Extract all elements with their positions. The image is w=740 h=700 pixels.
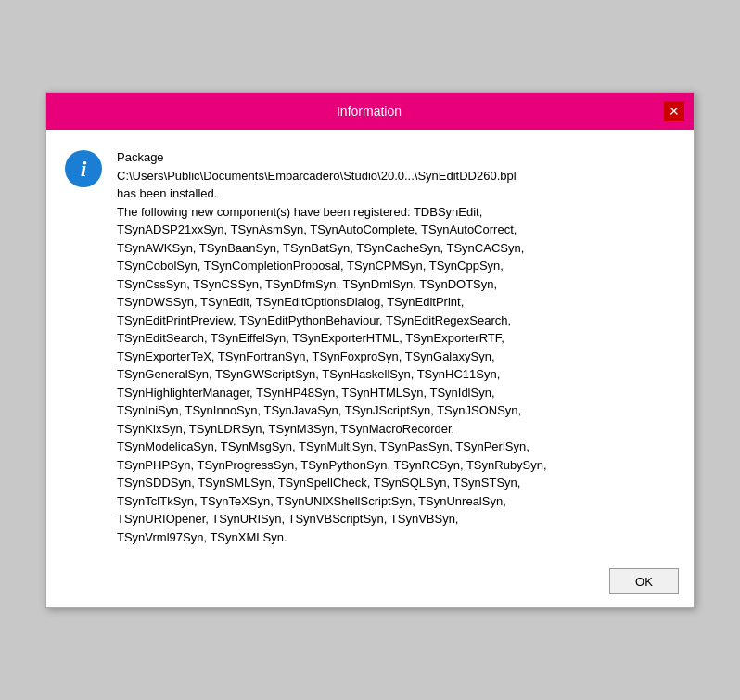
- dialog-body: i Package C:\Users\Public\Documents\Emba…: [46, 130, 694, 561]
- dialog-footer: OK: [46, 561, 694, 607]
- message-text: Package C:\Users\Public\Documents\Embarc…: [117, 150, 547, 544]
- ok-button[interactable]: OK: [609, 568, 679, 594]
- info-icon-container: i: [65, 148, 102, 546]
- title-bar: Information ✕: [46, 93, 694, 130]
- info-icon: i: [65, 150, 102, 187]
- close-button[interactable]: ✕: [664, 101, 684, 121]
- dialog: Information ✕ i Package C:\Users\Public\…: [45, 92, 695, 608]
- message-area: Package C:\Users\Public\Documents\Embarc…: [117, 148, 675, 546]
- dialog-title: Information: [74, 104, 664, 119]
- overlay: Information ✕ i Package C:\Users\Public\…: [0, 0, 740, 700]
